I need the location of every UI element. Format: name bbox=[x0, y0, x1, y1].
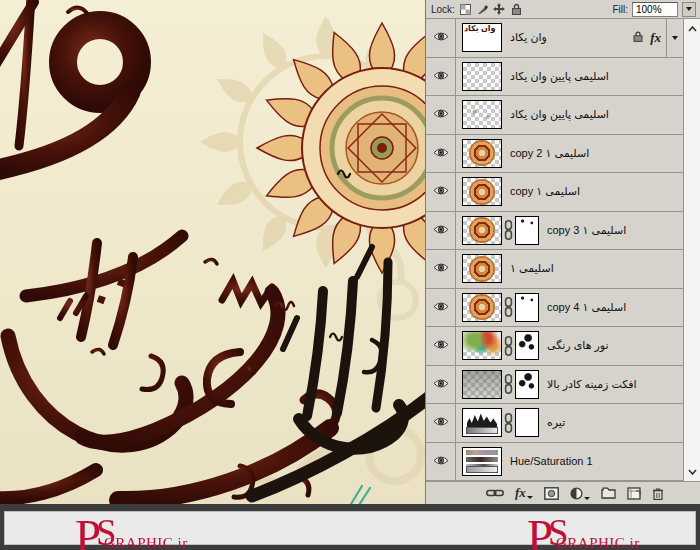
layer-mask-thumbnail[interactable] bbox=[515, 331, 539, 360]
logo-domain-text: GRAPHIC.ir bbox=[556, 535, 640, 550]
layer-style-icon[interactable]: fx bbox=[515, 487, 533, 499]
layer-name[interactable]: Hue/Saturation 1 bbox=[510, 455, 593, 467]
layers-panel: Lock: Fill: 100% وان يكادوان يكادfxاسليم… bbox=[425, 0, 700, 504]
new-layer-icon[interactable] bbox=[627, 487, 641, 500]
scroll-up-button[interactable] bbox=[684, 21, 700, 36]
layer-thumbnail[interactable] bbox=[462, 254, 502, 283]
calligraphy-artwork bbox=[0, 0, 425, 504]
mask-link-icon[interactable] bbox=[502, 374, 515, 394]
layer-thumbnail[interactable] bbox=[462, 62, 502, 91]
layers-scrollbar[interactable] bbox=[683, 19, 700, 481]
layer-name[interactable]: اسليمى ١ copy bbox=[510, 185, 580, 198]
chevron-down-icon bbox=[584, 497, 590, 500]
mask-link-icon[interactable] bbox=[502, 336, 515, 356]
layer-visibility-toggle[interactable] bbox=[426, 135, 456, 173]
layer-visibility-toggle[interactable] bbox=[426, 173, 456, 211]
link-layers-icon[interactable] bbox=[486, 488, 504, 498]
layer-thumbnail[interactable] bbox=[462, 447, 502, 476]
add-layer-mask-icon[interactable] bbox=[544, 487, 559, 500]
eye-icon bbox=[433, 301, 449, 314]
layer-lock-icon bbox=[633, 31, 643, 44]
layer-visibility-toggle[interactable] bbox=[426, 404, 456, 442]
layer-fx-badge[interactable]: fx bbox=[650, 30, 661, 46]
eye-icon bbox=[433, 31, 449, 44]
layer-mask-thumbnail[interactable] bbox=[515, 408, 539, 437]
chevron-down-icon bbox=[527, 496, 533, 499]
new-group-icon[interactable] bbox=[601, 487, 616, 499]
new-adjustment-layer-icon[interactable] bbox=[570, 487, 590, 500]
lock-position-icon[interactable] bbox=[493, 3, 506, 16]
layer-row[interactable]: تیره bbox=[426, 404, 683, 443]
layer-name[interactable]: اسليمى ١ copy 2 bbox=[510, 147, 589, 160]
layer-row[interactable]: اسليمى ١ copy 4 bbox=[426, 289, 683, 328]
fill-dropdown-button[interactable] bbox=[682, 2, 696, 17]
delete-layer-icon[interactable] bbox=[652, 487, 664, 500]
layer-style-expander[interactable] bbox=[667, 19, 683, 57]
layer-thumbnail[interactable] bbox=[462, 100, 502, 129]
logo-domain-text: GRAPHIC.ir bbox=[104, 535, 188, 550]
layer-thumbnail[interactable] bbox=[462, 177, 502, 206]
mask-link-icon[interactable] bbox=[502, 297, 515, 317]
layer-name[interactable]: اسليمى پايين وان يكاد bbox=[510, 70, 609, 83]
layers-panel-toolbar: fx bbox=[426, 481, 700, 504]
layer-row[interactable]: وان يكادوان يكادfx bbox=[426, 19, 683, 58]
layer-visibility-toggle[interactable] bbox=[426, 443, 456, 481]
layer-row[interactable]: اسليمى پايين وان يكاد bbox=[426, 58, 683, 97]
lock-pixels-icon[interactable] bbox=[476, 3, 489, 16]
mask-link-icon[interactable] bbox=[502, 220, 515, 240]
layer-visibility-toggle[interactable] bbox=[426, 289, 456, 327]
layer-visibility-toggle[interactable] bbox=[426, 250, 456, 288]
layer-visibility-toggle[interactable] bbox=[426, 19, 456, 57]
layer-name[interactable]: افکت زمینه کادر بالا bbox=[547, 378, 637, 391]
chevron-down-icon bbox=[686, 7, 692, 11]
layer-name[interactable]: اسليمى ١ copy 3 bbox=[547, 224, 626, 237]
eye-icon bbox=[433, 70, 449, 83]
layer-name[interactable]: وان يكاد bbox=[510, 31, 547, 44]
layer-row[interactable]: نور های رنگی bbox=[426, 327, 683, 366]
scroll-down-button[interactable] bbox=[684, 464, 700, 479]
layer-visibility-toggle[interactable] bbox=[426, 212, 456, 250]
layer-row[interactable]: اسليمى ١ copy bbox=[426, 173, 683, 212]
thumbnail-calligraphy-text: وان يكاد bbox=[464, 24, 496, 33]
chevron-up-icon bbox=[688, 26, 697, 32]
eye-icon bbox=[433, 185, 449, 198]
layer-name[interactable]: نور های رنگی bbox=[547, 339, 609, 352]
lock-transparency-icon[interactable] bbox=[459, 3, 472, 16]
layer-visibility-toggle[interactable] bbox=[426, 366, 456, 404]
layer-thumbnail[interactable] bbox=[462, 331, 502, 360]
layer-mask-thumbnail[interactable] bbox=[515, 370, 539, 399]
fill-value-input[interactable]: 100% bbox=[632, 2, 678, 17]
layer-lock-bar: Lock: Fill: 100% bbox=[426, 0, 700, 19]
layer-row[interactable]: اسليمى ١ copy 3 bbox=[426, 212, 683, 251]
watermark-strip: P S GRAPHIC.ir P S GRAPHIC.ir bbox=[0, 504, 700, 550]
layer-name[interactable]: اسليمى پايين وان يكاد bbox=[510, 108, 609, 121]
layer-visibility-toggle[interactable] bbox=[426, 58, 456, 96]
layer-row[interactable]: افکت زمینه کادر بالا bbox=[426, 366, 683, 405]
layer-row[interactable]: Hue/Saturation 1 bbox=[426, 443, 683, 482]
chevron-down-icon bbox=[672, 36, 678, 40]
layer-mask-thumbnail[interactable] bbox=[515, 216, 539, 245]
layer-visibility-toggle[interactable] bbox=[426, 327, 456, 365]
layer-thumbnail[interactable] bbox=[462, 408, 502, 437]
artwork-canvas[interactable] bbox=[0, 0, 425, 504]
layer-name[interactable]: اسليمى ١ bbox=[510, 262, 554, 275]
layer-visibility-toggle[interactable] bbox=[426, 96, 456, 134]
layer-row[interactable]: اسليمى ١ bbox=[426, 250, 683, 289]
layer-thumbnail[interactable] bbox=[462, 370, 502, 399]
layer-name[interactable]: تیره bbox=[547, 416, 565, 429]
lock-all-icon[interactable] bbox=[510, 3, 523, 16]
layer-thumbnail[interactable] bbox=[462, 216, 502, 245]
layer-mask-thumbnail[interactable] bbox=[515, 293, 539, 322]
eye-icon bbox=[433, 108, 449, 121]
layer-rows: وان يكادوان يكادfxاسليمى پايين وان يكادا… bbox=[426, 19, 683, 481]
layer-thumbnail[interactable]: وان يكاد bbox=[462, 23, 502, 52]
layer-name[interactable]: اسليمى ١ copy 4 bbox=[547, 301, 626, 314]
layer-row[interactable]: اسليمى ١ copy 2 bbox=[426, 135, 683, 174]
mask-link-icon[interactable] bbox=[502, 413, 515, 433]
layer-thumbnail[interactable] bbox=[462, 139, 502, 168]
photoshop-window: Lock: Fill: 100% وان يكادوان يكادfxاسليم… bbox=[0, 0, 700, 550]
layer-row-extras: fx bbox=[633, 19, 683, 57]
fill-label: Fill: bbox=[612, 4, 628, 15]
layer-thumbnail[interactable] bbox=[462, 293, 502, 322]
layer-row[interactable]: اسليمى پايين وان يكاد bbox=[426, 96, 683, 135]
